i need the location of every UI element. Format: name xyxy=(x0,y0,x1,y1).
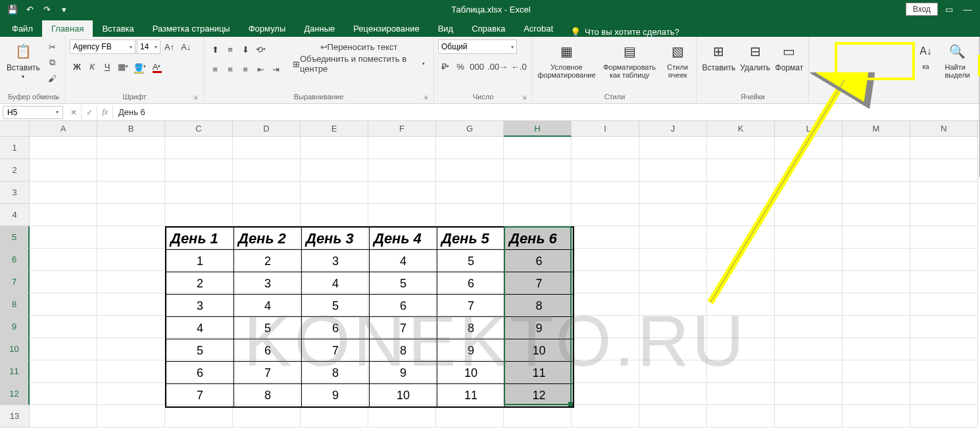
cell[interactable] xyxy=(707,338,775,360)
cell[interactable] xyxy=(30,226,97,249)
cell[interactable] xyxy=(910,383,978,405)
cell[interactable] xyxy=(843,338,910,360)
name-box[interactable]: H5▾ xyxy=(3,106,63,119)
table-header[interactable]: День 4 xyxy=(370,228,437,250)
align-middle-icon[interactable]: ≡ xyxy=(223,42,237,57)
cell[interactable] xyxy=(301,182,368,204)
cell[interactable] xyxy=(775,360,843,383)
table-cell[interactable]: 8 xyxy=(234,384,302,406)
undo-icon[interactable]: ↶ xyxy=(22,2,37,16)
cell[interactable] xyxy=(910,204,978,226)
cell[interactable] xyxy=(436,204,504,226)
column-header[interactable]: H xyxy=(504,121,572,137)
cell[interactable] xyxy=(233,159,301,182)
table-cell[interactable]: 10 xyxy=(437,362,505,384)
cell[interactable] xyxy=(436,137,504,159)
italic-button[interactable]: К xyxy=(85,59,99,74)
row-header[interactable]: 7 xyxy=(0,271,30,293)
cell[interactable] xyxy=(707,293,775,316)
column-header[interactable]: G xyxy=(436,121,504,137)
cell[interactable] xyxy=(775,159,843,182)
cell[interactable] xyxy=(843,405,910,428)
cell[interactable] xyxy=(572,271,639,293)
tab-review[interactable]: Рецензирование xyxy=(344,20,428,37)
cell[interactable] xyxy=(233,204,301,226)
format-cells-button[interactable]: ▭Формат xyxy=(774,39,804,74)
table-cell[interactable]: 2 xyxy=(166,272,234,295)
wrap-text-button[interactable]: ↩ Переносить текст xyxy=(288,39,429,54)
cell[interactable] xyxy=(30,159,97,182)
cell[interactable] xyxy=(775,137,843,159)
table-cell[interactable]: 7 xyxy=(302,339,370,362)
row-header[interactable]: 3 xyxy=(0,182,30,204)
cell[interactable] xyxy=(775,204,843,226)
cell[interactable] xyxy=(843,204,910,226)
cell[interactable] xyxy=(707,405,775,428)
enter-icon[interactable]: ✓ xyxy=(82,105,97,120)
cell[interactable] xyxy=(639,338,707,360)
merge-center-button[interactable]: ⊞ Объединить и поместить в центре ▾ xyxy=(288,57,429,71)
row-header[interactable]: 4 xyxy=(0,204,30,226)
row-header[interactable]: 8 xyxy=(0,293,30,316)
table-cell[interactable]: 12 xyxy=(505,384,573,406)
cell[interactable] xyxy=(30,383,97,405)
table-cell[interactable]: 5 xyxy=(370,272,437,295)
cell[interactable] xyxy=(436,182,504,204)
table-cell[interactable]: 7 xyxy=(437,295,505,317)
cell[interactable] xyxy=(775,405,843,428)
cell[interactable] xyxy=(707,137,775,159)
tab-view[interactable]: Вид xyxy=(429,20,463,37)
cell[interactable] xyxy=(910,405,978,428)
table-cell[interactable]: 4 xyxy=(166,317,234,339)
table-cell[interactable]: 6 xyxy=(437,272,505,295)
cell[interactable] xyxy=(572,204,639,226)
align-bottom-icon[interactable]: ⬇ xyxy=(238,42,253,57)
cell[interactable] xyxy=(30,182,97,204)
row-header[interactable]: 10 xyxy=(0,338,30,360)
cell[interactable] xyxy=(97,249,165,271)
column-header[interactable]: M xyxy=(843,121,910,137)
cell[interactable] xyxy=(233,405,301,428)
fill-color-button[interactable]: 🪣▾ xyxy=(132,59,149,74)
cell[interactable] xyxy=(910,137,978,159)
paste-button[interactable]: 📋 Вставить ▾ xyxy=(4,39,43,81)
table-cell[interactable]: 7 xyxy=(505,272,573,295)
column-header[interactable]: B xyxy=(97,121,165,137)
cell[interactable] xyxy=(165,159,233,182)
cell[interactable] xyxy=(504,182,572,204)
login-button[interactable]: Вход xyxy=(906,3,938,16)
table-cell[interactable]: 5 xyxy=(437,250,505,272)
launcher-icon[interactable]: ⇲ xyxy=(193,94,198,101)
cell[interactable] xyxy=(97,360,165,383)
cell[interactable] xyxy=(572,405,639,428)
column-header[interactable]: D xyxy=(233,121,301,137)
table-header[interactable]: День 5 xyxy=(437,228,505,250)
sort-filter-button[interactable]: A↓ка xyxy=(912,39,940,72)
column-header[interactable]: J xyxy=(639,121,707,137)
minimize-icon[interactable]: — xyxy=(960,2,975,16)
table-cell[interactable]: 5 xyxy=(166,339,234,362)
table-cell[interactable]: 2 xyxy=(234,250,302,272)
cell[interactable] xyxy=(572,293,639,316)
cell[interactable] xyxy=(30,360,97,383)
table-cell[interactable]: 3 xyxy=(234,272,302,295)
cell[interactable] xyxy=(775,316,843,338)
font-name-combo[interactable]: Agency FB▾ xyxy=(70,39,135,54)
cell[interactable] xyxy=(639,405,707,428)
cell[interactable] xyxy=(775,271,843,293)
cell[interactable] xyxy=(910,338,978,360)
cell[interactable] xyxy=(97,271,165,293)
cell[interactable] xyxy=(368,159,436,182)
table-cell[interactable]: 7 xyxy=(234,362,302,384)
tab-home[interactable]: Главная xyxy=(42,20,93,37)
cell[interactable] xyxy=(707,271,775,293)
cell[interactable] xyxy=(639,159,707,182)
cell[interactable] xyxy=(504,405,572,428)
cell[interactable] xyxy=(639,360,707,383)
table-cell[interactable]: 4 xyxy=(234,295,302,317)
table-cell[interactable]: 10 xyxy=(505,339,573,362)
tab-insert[interactable]: Вставка xyxy=(93,20,143,37)
cell[interactable] xyxy=(707,226,775,249)
cell[interactable] xyxy=(843,182,910,204)
cell[interactable] xyxy=(97,405,165,428)
